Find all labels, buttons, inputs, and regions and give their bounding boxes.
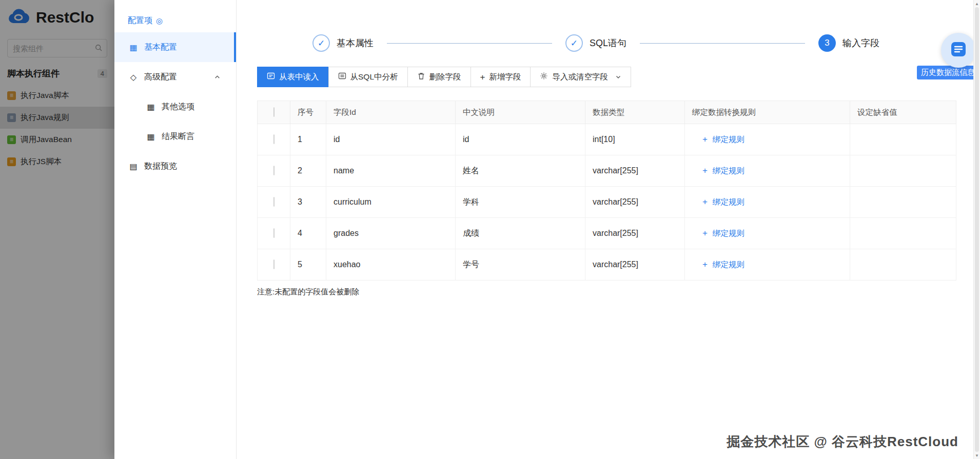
bind-rule-link[interactable]: +绑定规则	[692, 260, 842, 270]
cell-no: 5	[290, 249, 326, 281]
cell-data-type: varchar[255]	[585, 249, 685, 281]
select-all-checkbox[interactable]	[273, 107, 275, 117]
modal-backdrop[interactable]	[0, 0, 114, 459]
row-checkbox[interactable]	[273, 134, 275, 144]
step-sql[interactable]: ✓ SQL语句	[565, 34, 626, 52]
cell-data-type: int[10]	[585, 124, 685, 155]
plus-icon: +	[702, 228, 708, 238]
grid-icon: ▦	[146, 132, 155, 142]
grid-icon: ▦	[146, 102, 155, 112]
bind-rule-link[interactable]: +绑定规则	[692, 166, 842, 176]
parse-from-sql-button[interactable]: 从SQL中分析	[328, 67, 408, 87]
bind-rule-label: 绑定规则	[713, 166, 744, 176]
table-header-row: 序号 字段Id 中文说明 数据类型 绑定数据转换规则 设定缺省值	[258, 101, 956, 124]
col-header-bind-rule: 绑定数据转换规则	[685, 101, 850, 124]
col-header-data-type: 数据类型	[585, 101, 685, 124]
scroll-up-arrow[interactable]: ▲	[974, 0, 980, 7]
step-number: 3	[818, 34, 836, 52]
default-value-cell[interactable]	[850, 155, 956, 187]
scroll-down-arrow[interactable]: ▼	[974, 452, 980, 459]
config-nav: 配置项 ◎ ▦ 基本配置 ◇ 高级配置 ▦ 其他选项 ▦ 结果断言	[114, 0, 237, 459]
config-nav-item-basic[interactable]: ▦ 基本配置	[114, 32, 236, 62]
table-note: 注意:未配置的字段值会被删除	[257, 287, 956, 297]
col-header-no: 序号	[290, 101, 326, 124]
sql-parse-icon	[338, 72, 346, 82]
add-field-button[interactable]: + 新增字段	[471, 67, 531, 87]
cell-cn-desc: 学科	[456, 187, 585, 218]
button-label: 导入或清空字段	[552, 72, 608, 83]
config-nav-item-result-assert[interactable]: ▦ 结果断言	[114, 122, 236, 151]
step-label: 输入字段	[842, 37, 879, 49]
read-from-table-button[interactable]: 从表中读入	[257, 67, 329, 87]
config-main: ✓ 基本属性 ✓ SQL语句 3 输入字段	[237, 0, 980, 459]
cell-data-type: varchar[255]	[585, 218, 685, 249]
stepper: ✓ 基本属性 ✓ SQL语句 3 输入字段	[312, 33, 879, 53]
config-nav-item-advanced[interactable]: ◇ 高级配置	[114, 62, 236, 92]
target-icon: ◎	[156, 16, 163, 26]
button-label: 从SQL中分析	[350, 72, 398, 83]
table-row: 3 curriculum 学科 varchar[255] +绑定规则	[258, 187, 956, 218]
step-check-icon: ✓	[312, 34, 330, 52]
cell-field-id: xuehao	[326, 249, 456, 281]
cell-data-type: varchar[255]	[585, 187, 685, 218]
cell-no: 1	[290, 124, 326, 155]
col-header-default-value: 设定缺省值	[850, 101, 956, 124]
scrollbar-thumb[interactable]	[975, 7, 979, 452]
default-value-cell[interactable]	[850, 218, 956, 249]
config-nav-item-data-preview[interactable]: ▤ 数据预览	[114, 151, 236, 181]
trash-icon	[417, 72, 425, 82]
bind-rule-label: 绑定规则	[713, 197, 744, 208]
step-connector	[640, 43, 805, 44]
default-value-cell[interactable]	[850, 124, 956, 155]
doc-icon: ▤	[129, 162, 138, 171]
form-read-icon	[267, 72, 275, 82]
nav-item-label: 高级配置	[144, 72, 177, 83]
table-row: 1 id id int[10] +绑定规则	[258, 124, 956, 155]
history-dataflow-tooltip: 历史数据流信息	[917, 66, 979, 79]
row-checkbox[interactable]	[273, 166, 275, 175]
nav-item-label: 其他选项	[162, 102, 194, 112]
row-checkbox[interactable]	[273, 228, 275, 238]
cell-field-id: grades	[326, 218, 456, 249]
config-nav-item-other-options[interactable]: ▦ 其他选项	[114, 92, 236, 122]
plus-icon: +	[702, 166, 708, 176]
cell-cn-desc: 成绩	[456, 218, 585, 249]
history-dataflow-button[interactable]	[941, 33, 976, 68]
step-basic-attrs[interactable]: ✓ 基本属性	[312, 34, 374, 52]
history-list-icon	[950, 41, 967, 60]
config-nav-title: 配置项 ◎	[128, 15, 236, 26]
bind-rule-label: 绑定规则	[713, 260, 744, 270]
cell-field-id: name	[326, 155, 456, 187]
row-checkbox[interactable]	[273, 197, 275, 207]
field-toolbar: 从表中读入 从SQL中分析 删除字段 + 新增字段	[257, 67, 956, 87]
table-row: 4 grades 成绩 varchar[255] +绑定规则	[258, 218, 956, 249]
default-value-cell[interactable]	[850, 187, 956, 218]
chevron-up-icon	[214, 74, 221, 81]
step-label: SQL语句	[590, 37, 626, 49]
active-indicator	[234, 32, 236, 62]
gear-icon	[540, 72, 548, 82]
bind-rule-label: 绑定规则	[713, 228, 744, 239]
plus-icon: +	[480, 73, 485, 82]
delete-field-button[interactable]: 删除字段	[407, 67, 471, 87]
cell-cn-desc: 姓名	[456, 155, 585, 187]
plus-icon: +	[702, 134, 708, 145]
cell-no: 2	[290, 155, 326, 187]
cube-icon: ◇	[129, 72, 138, 82]
step-input-fields[interactable]: 3 输入字段	[818, 34, 879, 52]
bind-rule-label: 绑定规则	[713, 134, 744, 145]
bind-rule-link[interactable]: +绑定规则	[692, 134, 842, 145]
button-label: 新增字段	[489, 72, 521, 83]
cell-field-id: curriculum	[326, 187, 456, 218]
bind-rule-link[interactable]: +绑定规则	[692, 197, 842, 208]
bind-rule-link[interactable]: +绑定规则	[692, 228, 842, 239]
default-value-cell[interactable]	[850, 249, 956, 281]
row-checkbox[interactable]	[273, 260, 275, 269]
step-label: 基本属性	[337, 37, 374, 49]
import-or-clear-button[interactable]: 导入或清空字段	[530, 67, 631, 87]
table-row: 5 xuehao 学号 varchar[255] +绑定规则	[258, 249, 956, 281]
col-header-field-id: 字段Id	[326, 101, 456, 124]
step-connector	[387, 43, 552, 44]
plus-icon: +	[702, 260, 708, 270]
vertical-scrollbar[interactable]: ▲ ▼	[973, 0, 980, 459]
